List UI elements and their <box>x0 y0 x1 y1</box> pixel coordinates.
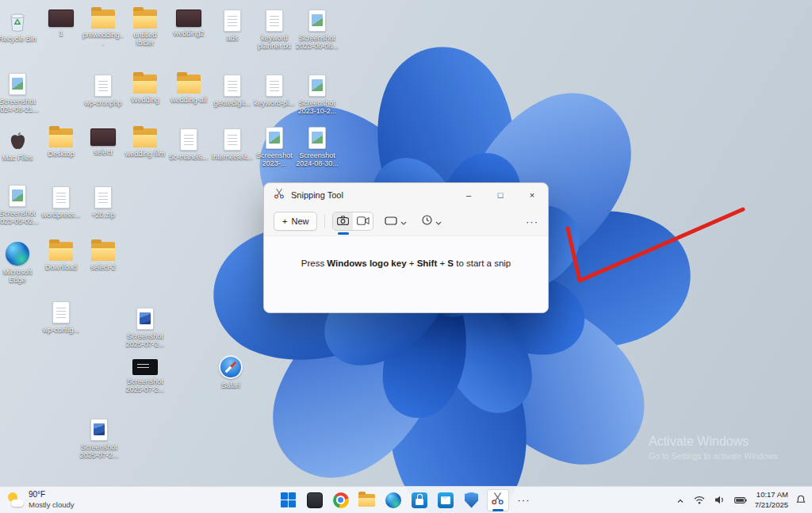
watermark-title: Activate Windows <box>649 435 778 449</box>
desktop-icon-1[interactable]: 1 <box>40 10 82 37</box>
chevron-down-icon <box>400 214 407 228</box>
desktop-icon-keyword-planner-txt[interactable]: keyword planner.txt <box>253 10 296 51</box>
desktop-icon-screenshot-2023-05-02[interactable]: Screenshot 2023-05-02... <box>0 185 39 226</box>
rectangle-shape-icon <box>385 214 397 228</box>
windows-security-icon <box>465 492 478 508</box>
taskbar-snipping-tool-button[interactable] <box>487 489 509 511</box>
snip-window-body: Press Windows logo key + Shift + S to st… <box>264 235 548 313</box>
new-snip-button[interactable]: + New <box>274 212 317 231</box>
close-button[interactable]: × <box>516 183 548 207</box>
show-more-icon: ··· <box>518 495 530 505</box>
desktop-icon-microsoft-edge[interactable]: Microsoft Edge <box>0 242 39 285</box>
desktop-icon-prewedding[interactable]: prewedding... <box>82 10 124 48</box>
minimize-button[interactable]: – <box>453 183 485 207</box>
folder-icon <box>133 75 157 94</box>
file-icon <box>224 75 241 97</box>
maximize-button[interactable]: □ <box>485 183 516 207</box>
desktop-icon-label: Safari <box>221 381 240 389</box>
desktop-icon-label: 5c-manels... <box>169 153 208 161</box>
system-tray: 10:17 AM 7/21/2025 <box>675 490 807 510</box>
desktop-icon-wedding2[interactable]: wedding2 <box>167 10 210 37</box>
desktop-icon-label: internetseit... <box>212 153 253 161</box>
see-more-button[interactable]: ··· <box>526 216 538 228</box>
desktop-icon-screenshot-2024-08-30[interactable]: Screenshot 2024-08-30... <box>296 127 339 168</box>
desktop-icon-label: Screenshot 2024-08-30... <box>296 151 339 168</box>
file-icon <box>52 301 70 323</box>
desktop-icon-screenshot-2023-10-2[interactable]: Screenshot 2023-10-2... <box>296 75 339 116</box>
desktop-icon-wordpress[interactable]: wordpress... <box>40 186 82 219</box>
taskbar-file-explorer-button[interactable] <box>356 489 378 511</box>
taskbar-edge-button[interactable] <box>382 489 404 511</box>
desktop-icon-wp-config[interactable]: wp-config... <box>40 301 82 334</box>
watermark-subtitle: Go to Settings to activate Windows <box>649 451 778 461</box>
desktop-icon-label: untitled folder <box>124 31 167 48</box>
desktop-icon-screenshot-2024-08-21[interactable]: Screenshot 2024-08-21... <box>0 73 39 114</box>
taskbar-chrome-button[interactable] <box>330 489 352 511</box>
folder-icon <box>133 10 157 29</box>
desktop-icon-ads[interactable]: ads <box>211 10 254 42</box>
chevron-down-icon <box>435 214 442 228</box>
desktop-icon-wedding-all[interactable]: wedding-all <box>167 75 210 104</box>
snip-mode-button[interactable] <box>333 212 353 230</box>
desktop-icon-label: Screenshot 2025-07-2... <box>78 443 121 460</box>
desktop-icon-label: wedding-all <box>170 96 207 104</box>
chevron-up-icon <box>676 493 684 507</box>
taskbar-dark-app-button[interactable] <box>304 489 326 511</box>
desktop-icon-label: Screenshot 2023-... <box>253 151 296 168</box>
titlebar[interactable]: Snipping Tool – □ × <box>264 183 548 207</box>
desktop-icon-screenshot-2023[interactable]: Screenshot 2023-... <box>253 127 296 168</box>
snipping-tool-icon <box>491 492 504 508</box>
snip-shape-dropdown[interactable] <box>381 212 411 231</box>
file-icon <box>94 75 112 97</box>
desktop-icon-mac-files[interactable]: Mac Files <box>0 127 39 162</box>
taskbar-outlook-button[interactable] <box>435 489 457 511</box>
hidden-icons-button[interactable] <box>675 492 686 509</box>
desktop-icon-select-2[interactable]: select-2 <box>82 242 124 271</box>
taskbar-weather-widget[interactable]: 90°F Mostly cloudy <box>6 490 75 509</box>
desktop-icon-geotedigit[interactable]: geotedigit... <box>211 75 254 107</box>
desktop-icon-wedding-film[interactable]: wedding film <box>124 128 167 158</box>
battery-icon <box>734 493 747 507</box>
desktop-icon-label: wedding2 <box>174 29 205 37</box>
taskbar-show-more-button[interactable]: ··· <box>513 489 535 511</box>
network-button[interactable] <box>692 492 707 509</box>
desktop-icon-desktop[interactable]: Desktop <box>40 128 82 158</box>
outlook-icon <box>438 492 454 508</box>
desktop-icon-select[interactable]: select <box>82 128 124 156</box>
desktop-icon-label: wedding film <box>125 150 165 158</box>
desktop-icon-download[interactable]: Download <box>40 242 82 271</box>
desktop-icon-internetseit[interactable]: internetseit... <box>211 128 254 161</box>
desktop-icon-label: wordpress... <box>41 211 80 219</box>
desktop-icon-safari[interactable]: Safari <box>209 355 252 389</box>
taskbar-microsoft-store-button[interactable] <box>408 489 431 511</box>
volume-button[interactable] <box>713 492 726 509</box>
delay-dropdown[interactable] <box>418 212 446 231</box>
desktop-icon-5c-manels[interactable]: 5c-manels... <box>167 128 210 161</box>
desktop-icon-label: Screenshot 2025-07-2... <box>124 377 167 394</box>
desktop-icon-wedding[interactable]: Wedding <box>124 75 167 104</box>
desktop-icon-screenshot-2025-07-2[interactable]: Screenshot 2025-07-2... <box>124 308 167 349</box>
battery-button[interactable] <box>733 492 749 509</box>
desktop-icon-untitled-folder[interactable]: untitled folder <box>124 10 167 48</box>
desktop-icon-keyword-pl[interactable]: keyword-pl... <box>253 75 296 107</box>
taskbar-start-button[interactable] <box>278 489 300 511</box>
taskbar-clock[interactable]: 10:17 AM 7/21/2025 <box>755 490 788 510</box>
desktop-icon-recycle-bin[interactable]: Recycle Bin <box>0 8 39 43</box>
notification-center-button[interactable] <box>795 492 807 509</box>
desktop-icon-wp-cronphp[interactable]: wp-cronphp <box>82 75 124 107</box>
image-file-icon <box>266 127 283 149</box>
desktop-icon-screenshot-2023-06-06[interactable]: Screenshot 2023-06-06... <box>296 10 339 51</box>
timer-clock-icon <box>422 214 432 228</box>
taskbar-windows-security-button[interactable] <box>461 489 483 511</box>
desktop-icon-screenshot-2025-07-2[interactable]: Screenshot 2025-07-2... <box>78 419 121 460</box>
desktop-icon-label: ads <box>227 34 239 42</box>
image-file-icon <box>308 127 326 149</box>
desktop-icon-20-zip[interactable]: +20.zip <box>82 186 124 219</box>
desktop-icon-label: geotedigit... <box>214 99 251 107</box>
image-file-blue-icon <box>90 419 108 441</box>
desktop-icon-label: Screenshot 2023-10-2... <box>296 99 339 116</box>
window-title: Snipping Tool <box>291 190 343 200</box>
record-mode-button[interactable] <box>353 212 373 230</box>
desktop-icon-screenshot-2025-07-2[interactable]: Screenshot 2025-07-2... <box>124 359 167 394</box>
apple-icon <box>9 127 27 151</box>
